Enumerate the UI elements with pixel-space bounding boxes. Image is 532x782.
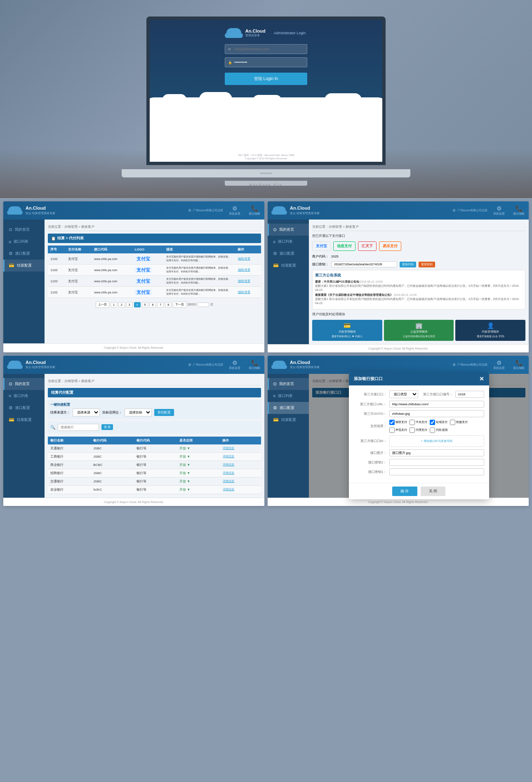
cb-3[interactable]: 站域支付 (430, 420, 447, 425)
qa-card-3[interactable]: 👤 代收管理模块 通道开放能提 (出会 开闭) (455, 320, 525, 341)
form-row-1: 第三方接口口： 接口类型 第三方接口口编号： (354, 390, 484, 398)
cb-5[interactable]: 声迅支付 (389, 428, 407, 433)
cb-2[interactable]: 中央支付 (410, 420, 427, 425)
from-select[interactable]: 选择来源 (73, 409, 100, 416)
panel-1: An.Cloud 安云·结算管理系统专家 ⑧ 广州xxxxx有限公司总部 ⚙ 系… (3, 201, 264, 352)
page-1[interactable]: 1 (111, 302, 117, 307)
alipay-btn[interactable]: 支付宝 (312, 241, 331, 251)
sidebar-item-payment-4[interactable]: 💳 结算配置 (268, 414, 309, 426)
payment-label-2: 您已开通以下支付接口 (312, 234, 525, 238)
page-8[interactable]: 8 (165, 302, 172, 307)
cb-7[interactable]: 代转 提前 (430, 428, 448, 433)
port-id-area[interactable]: + 增加接口ID与其他号码 (389, 435, 484, 447)
sidebar-item-interface-1[interactable]: ≡ 接口列务 (3, 236, 45, 248)
key1-input[interactable] (389, 459, 484, 466)
logo-name-1: An.Cloud (26, 206, 55, 211)
qa-card-2[interactable]: 🏢 公益管理模块 公益支持协调以综合单位管控 (384, 320, 454, 341)
search-row-3: 🔍 搜 索 (48, 421, 261, 433)
page-2[interactable]: 2 (118, 302, 125, 307)
sidebar-item-interface-2[interactable]: ≡ 接口列务 (268, 236, 309, 248)
sidebar-item-interface-3[interactable]: ≡ 接口列务 (3, 390, 45, 402)
detail-link-4[interactable]: 详细信息 (223, 471, 234, 474)
key2-input[interactable] (389, 468, 484, 475)
settings-nav-3[interactable]: ⚙ 系统设置 (225, 358, 245, 372)
sidebar-item-home-3[interactable]: ⊙ 我的首页 (3, 378, 45, 390)
sidebar-item-payment-2[interactable]: 💳 结算配置 (268, 260, 309, 272)
detail-link-6[interactable]: 详细信息 (223, 488, 234, 491)
search-btn-3[interactable]: 搜 索 (101, 424, 113, 430)
prev-btn-1[interactable]: 上一页 (96, 301, 109, 308)
modal-close-btn[interactable]: ✕ (479, 376, 484, 382)
logout-nav-4[interactable]: 📞 退出报账 (509, 358, 529, 372)
cb-1[interactable]: 银联支付 (389, 420, 407, 425)
goto-input[interactable] (389, 410, 484, 417)
page-3[interactable]: 3 (126, 302, 133, 307)
merchant-id-label: 商户代码： (312, 254, 329, 259)
next-btn-1[interactable]: 下一页 (173, 301, 186, 308)
form-row-7: 接口密钥1： (354, 459, 484, 466)
detail-link-3[interactable]: 详细信息 (223, 463, 234, 466)
key2-label: 接口密钥1： (354, 470, 387, 474)
bank-search-input[interactable] (58, 424, 99, 431)
qa-sublabel-3: 通道开放能提 (出会 开闭) (458, 335, 523, 338)
page-7[interactable]: 7 (157, 302, 164, 307)
reset-btn[interactable]: 重置密钥 (419, 262, 435, 267)
settings-nav-2[interactable]: ⚙ 系统设置 (489, 203, 509, 217)
home-icon-3: ⊙ (9, 381, 12, 387)
panel-3-header: An.Cloud 安云·结算管理系统专家 ⑧ 广州xxxxx有限公司总部 ⚙ 系… (3, 356, 264, 374)
page-6[interactable]: 6 (149, 302, 156, 307)
pic-input[interactable] (389, 449, 484, 456)
sidebar-item-home-2[interactable]: ⊙ 我的首页 (268, 224, 309, 236)
port-num-input[interactable] (455, 391, 484, 398)
sidebar-item-config-2[interactable]: ⚙ 接口配置 (268, 248, 309, 260)
url-input[interactable] (389, 401, 484, 408)
sidebar-item-config-1[interactable]: ⚙ 接口配置 (3, 248, 45, 260)
logout-nav-3[interactable]: 📞 退出报账 (245, 358, 264, 372)
sidebar-item-interface-4[interactable]: ≡ 接口列务 (268, 390, 309, 402)
logout-nav-2[interactable]: 📞 退出报账 (509, 203, 529, 217)
panel-1-footer: Copyright © Anyun Cloud. All Rights Rese… (3, 343, 264, 352)
detail-link-2[interactable]: 详细信息 (223, 455, 234, 458)
sidebar-1: ⊙ 我的首页 ≡ 接口列务 ⚙ 接口配置 💳 结算配置 (3, 220, 45, 343)
xinpay-btn[interactable]: 信息支付 (333, 241, 355, 251)
payment-icons: 支付宝 信息支付 汇天下 易乐支付 (312, 241, 525, 251)
edit-link[interactable]: 编辑/查看 (238, 291, 250, 293)
yilepay-btn[interactable]: 易乐支付 (379, 241, 401, 251)
logout-label-2: 退出报账 (513, 212, 525, 216)
huitianxia-btn[interactable]: 汇天下 (358, 241, 377, 251)
sidebar-item-payment-3[interactable]: 💳 结算配置 (3, 414, 45, 426)
sidebar-item-home-4[interactable]: ⊙ 我的首页 (268, 378, 309, 390)
edit-link[interactable]: 编辑/查看 (238, 279, 250, 282)
settings-nav-4[interactable]: ⚙ 系统设置 (489, 358, 509, 372)
quick-actions: 💳 代收管理模块 通道手机标准以入 ▶ 代收入 🏢 公益管理模块 公益支持协调以… (312, 320, 525, 341)
detail-link-5[interactable]: 详细信息 (223, 480, 234, 482)
copy-btn[interactable]: 复制代码 (400, 262, 416, 267)
email-input[interactable] (225, 44, 307, 54)
password-input[interactable] (225, 57, 307, 67)
sidebar-item-config-4[interactable]: ⚙ 接口配置 (268, 402, 309, 414)
modal-body: 第三方接口口： 接口类型 第三方接口口编号： 第三方接口URL： (349, 385, 489, 483)
logout-nav-1[interactable]: 📞 退出报账 (245, 203, 264, 217)
cb-4[interactable]: 快捷支付 (450, 420, 468, 425)
port-select[interactable]: 接口类型 (389, 390, 418, 398)
page-5[interactable]: 5 (142, 302, 148, 307)
page-4[interactable]: 4 (134, 302, 141, 307)
sidebar-item-config-3[interactable]: ⚙ 接口配置 (3, 402, 45, 414)
sidebar-item-payment-1[interactable]: 💳 结算配置 (3, 260, 45, 272)
cb-6[interactable]: 代理支付 (410, 428, 427, 433)
qa-card-1[interactable]: 💳 代收管理模块 通道手机标准以入 ▶ 代收入 (312, 320, 382, 341)
merchant-key-input[interactable] (331, 261, 397, 267)
login-button[interactable]: 登陆 Login In (225, 73, 307, 85)
edit-link[interactable]: 编辑/查看 (238, 268, 250, 271)
to-select[interactable]: 选择目标 (125, 409, 152, 416)
sidebar-item-home-1[interactable]: ⊙ 我的首页 (3, 224, 45, 236)
save-button[interactable]: 确 存 (392, 487, 417, 496)
cancel-button[interactable]: 关 闭 (421, 487, 446, 496)
copy-config-btn[interactable]: 剪切配置 (154, 409, 174, 416)
edit-link[interactable]: 编辑/查看 (238, 257, 250, 260)
detail-link-1[interactable]: 详细信息 (223, 447, 234, 449)
table-row: 天通银行JSBC银行等 开放 ▼ 详细信息 (48, 444, 261, 453)
settings-nav-1[interactable]: ⚙ 系统设置 (225, 203, 245, 217)
page-input-1[interactable] (198, 302, 209, 307)
config-icon-3: ⚙ (9, 405, 13, 411)
